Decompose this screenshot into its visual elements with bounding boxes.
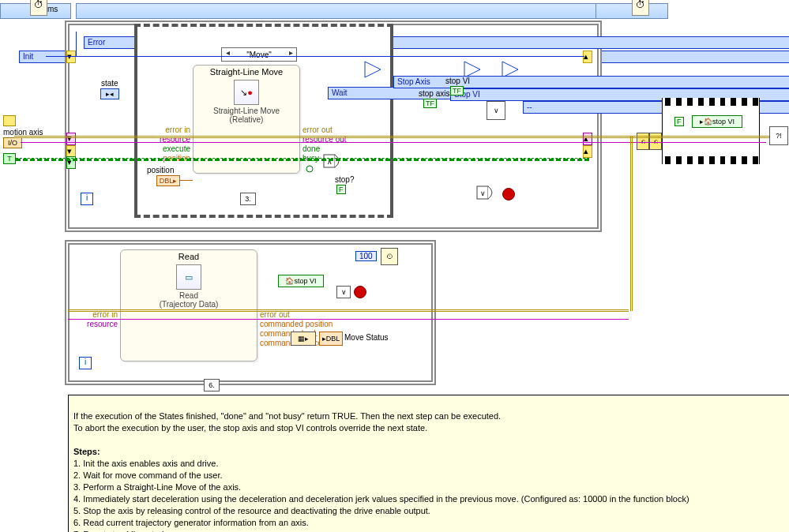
init-ring-label: Init [23, 52, 33, 61]
case-selector-value: "Move" [246, 51, 272, 59]
term-error-out: error out [302, 126, 333, 134]
wait-ring-label: Wait [332, 88, 348, 97]
comment-line: To abort the execution by the user, the … [73, 423, 427, 433]
flat-sequence [662, 98, 760, 164]
straight-line-move-vi[interactable]: Straight-Line Move ↘● Straight-Line Move… [193, 65, 300, 174]
vi-title: Read [121, 250, 257, 263]
term-cmd-pos: commanded position [260, 320, 333, 328]
term-busy: busy [302, 154, 319, 163]
clock-icon [632, 0, 649, 16]
move-status-indicator: ▸DBL [319, 332, 343, 346]
vi-icon: ↘● [234, 80, 259, 105]
loop-stop-button[interactable] [502, 188, 515, 200]
clock-icon [30, 0, 47, 16]
shift-register-right: ▴ [583, 51, 592, 63]
comment-step: 3. Perform a Straight-Line Move of the a… [73, 482, 241, 492]
stop-vi-ind-label: stop VI [445, 77, 470, 85]
move-status-label: Move Status [344, 333, 389, 342]
vi-subtitle2: (Trajectory Data) [121, 300, 257, 309]
false-constant: F [336, 185, 346, 194]
metronome-icon: ⏲ [381, 248, 398, 265]
merge-errors-icon: ⎌ [649, 133, 662, 150]
stop-vi-local-label: stop VI [712, 118, 735, 126]
iteration-terminal: i [79, 357, 92, 369]
term-error-in: error in [165, 126, 190, 134]
stop-axis-ring-label: Stop Axis [397, 77, 430, 86]
read-trajectory-vi[interactable]: Read ▭ Read (Trajectory Data) error in r… [120, 249, 257, 362]
state-indicator: ▸◂ [100, 88, 119, 99]
vi-subtitle: Straight-Line Move [193, 107, 299, 115]
state-label: state [101, 79, 118, 88]
timed-loop-header-mid [76, 3, 603, 19]
term-execute: execute [163, 144, 190, 153]
comment-step: 6. Read current trajectory generator inf… [73, 518, 309, 527]
motion-axis-label: motion axis [3, 128, 43, 137]
term-error-out: error out [260, 310, 290, 319]
error-ring-label: Error [88, 38, 105, 47]
case-footer-label: 6. [204, 379, 220, 392]
comment-step: 2. Wait for move command of the user. [73, 470, 223, 480]
position-label: position [147, 166, 174, 174]
or-icon: ∨ [336, 286, 351, 298]
term-resource-in: resource [87, 320, 118, 328]
true-constant: T [3, 153, 16, 164]
comment-step: 1. Init the axis enables axis and drive. [73, 459, 218, 468]
case-next-icon[interactable]: ▸ [285, 48, 296, 57]
stop-vi-local-label: stop VI [294, 277, 316, 285]
shift-register-left: ▾ [66, 51, 76, 63]
shift-register-left: ▾ [66, 133, 76, 145]
comment-line: If the execution of the States finished,… [73, 411, 501, 421]
comment-steps-header: Steps: [73, 447, 100, 456]
stop-q-label: stop? [335, 175, 354, 184]
vi-subtitle2: (Relative) [193, 115, 299, 124]
term-position: position [163, 154, 190, 163]
loop-stop-button[interactable] [354, 286, 366, 298]
stop-axis-indicator: TF [423, 99, 437, 108]
stop-vi-local: ▸🏠stop VI [692, 115, 742, 128]
io-resource-constant: I/O [3, 137, 22, 148]
comment-step: 4. Immediately start deceleration using … [73, 494, 689, 504]
wait-ms-constant: 100 [355, 251, 377, 261]
error-handler-icon: ?! [769, 126, 788, 145]
shift-register-left: ▾ [66, 156, 76, 169]
term-done: done [302, 144, 320, 153]
vi-icon: ▭ [176, 264, 201, 290]
term-error-in: error in [92, 310, 118, 319]
stop-vi-local: 🏠stop VI [278, 275, 324, 287]
case-prev-icon[interactable]: ◂ [222, 48, 233, 57]
term-resource-out: resource out [302, 135, 347, 144]
iteration-terminal: i [81, 193, 93, 205]
case-selector[interactable]: ◂ "Move" ▸ [221, 47, 297, 62]
comment-block: If the execution of the States finished,… [68, 395, 789, 532]
bundle-icon: ▦▸ [291, 332, 316, 346]
ms-label: ms [47, 5, 58, 13]
cluster-constant-icon [3, 115, 16, 126]
case-footer-label: 3. [240, 193, 256, 205]
dash-ring-label: -- [527, 103, 532, 111]
shift-register-right: ▴ [583, 145, 592, 158]
term-resource-in: resource [160, 135, 190, 144]
position-dbl-constant: DBL▸ [156, 175, 180, 186]
or-latch-icon: ∨ [487, 101, 505, 120]
shift-register-right: ▴ [583, 133, 592, 145]
stop-vi-indicator: TF [450, 86, 464, 96]
vi-subtitle: Read [121, 291, 257, 300]
stop-axis-ind-label: stop axis [419, 89, 449, 98]
false-constant: F [674, 117, 684, 126]
vi-title: Straight-Line Move [193, 66, 299, 78]
comment-step: 5. Stop the axis by releasing control of… [73, 506, 430, 515]
merge-errors-icon: ⎌ [637, 133, 649, 150]
